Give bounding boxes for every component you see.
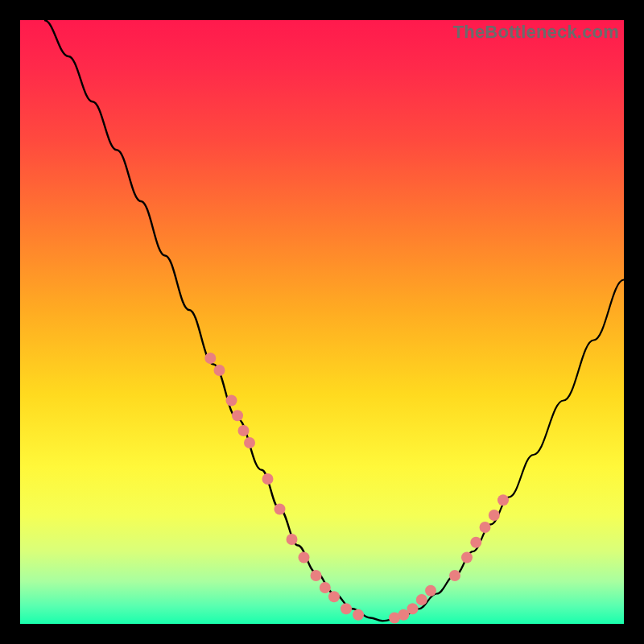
data-marker <box>275 504 286 515</box>
data-marker <box>262 473 274 485</box>
right-curve <box>382 280 624 621</box>
data-marker <box>299 552 310 564</box>
data-marker <box>320 582 331 593</box>
chart-svg <box>20 20 624 624</box>
data-marker <box>416 594 427 605</box>
data-marker <box>489 510 500 521</box>
data-marker <box>425 585 436 597</box>
left-curve <box>44 20 382 621</box>
data-marker <box>328 591 340 602</box>
data-marker <box>226 395 237 407</box>
data-marker <box>407 603 419 614</box>
data-marker <box>480 522 491 533</box>
data-marker <box>470 537 481 548</box>
data-marker <box>353 609 364 621</box>
markers-left <box>204 353 364 621</box>
data-marker <box>204 353 216 364</box>
data-marker <box>341 603 352 614</box>
watermark-text: TheBottleneck.com <box>453 22 619 43</box>
data-marker <box>311 570 322 581</box>
data-marker <box>497 494 509 506</box>
data-marker <box>449 570 460 581</box>
chart-outer-frame: TheBottleneck.com <box>20 20 624 624</box>
data-marker <box>214 365 225 376</box>
data-marker <box>287 534 298 545</box>
data-marker <box>238 425 250 436</box>
data-marker <box>232 410 243 421</box>
markers-right <box>389 494 509 623</box>
data-marker <box>244 437 255 448</box>
data-marker <box>461 552 473 564</box>
